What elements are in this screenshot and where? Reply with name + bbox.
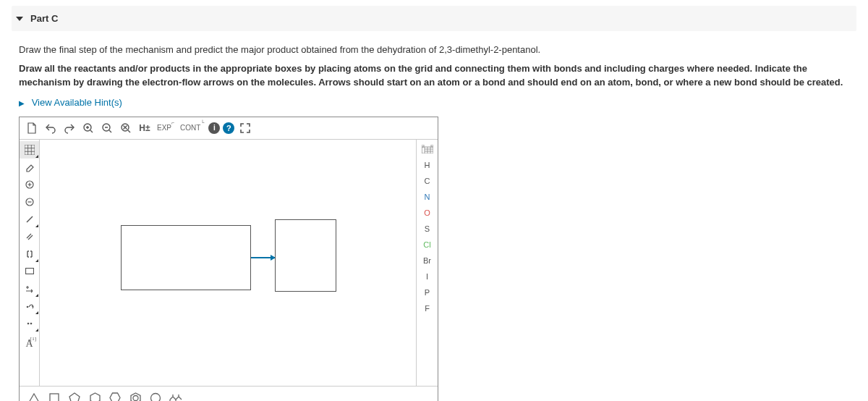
svg-rect-13 [50,394,59,402]
element-toolbar: H C N O S Cl Br I P F [416,140,438,386]
element-o[interactable]: O [417,205,438,221]
remove-charge-tool[interactable] [20,193,39,211]
element-p[interactable]: P [417,284,438,300]
element-br[interactable]: Br [417,253,438,269]
triangle-shape[interactable] [27,391,41,402]
multi-bond-tool[interactable] [20,228,39,245]
lone-pair-tool[interactable] [20,315,39,332]
svg-rect-11 [431,145,433,147]
part-header: Part C [12,6,856,31]
svg-rect-3 [25,145,35,155]
reactant-box[interactable] [121,225,251,290]
rectangle-tool[interactable] [20,263,39,280]
element-c[interactable]: C [417,173,438,189]
instruction-line-2: Draw all the reactants and/or products i… [19,62,849,90]
hydrogen-toggle[interactable]: H± [137,120,153,136]
left-toolbar: A[1] [20,140,40,386]
hints-label: View Available Hint(s) [32,97,122,108]
svg-point-8 [27,322,29,324]
collapse-caret-icon[interactable] [16,17,23,21]
zoom-out-icon[interactable] [99,120,115,136]
help-icon[interactable]: ? [223,122,234,134]
top-toolbar: H± EXP⌐ CONT└ i ? [20,117,438,140]
fullscreen-icon[interactable] [237,120,253,136]
element-s[interactable]: S [417,221,438,237]
pentagon-shape[interactable] [67,391,82,402]
element-i[interactable]: I [417,269,438,284]
view-hints-link[interactable]: View Available Hint(s) [12,97,856,108]
instructions: Draw the final step of the mechanism and… [12,43,856,90]
element-f[interactable]: F [417,300,438,316]
reaction-arrow[interactable] [251,257,275,258]
plus-arrow-tool[interactable] [20,280,39,297]
part-title: Part C [30,13,58,24]
exp-button[interactable]: EXP⌐ [156,123,176,132]
radical-tool[interactable] [20,297,39,315]
element-n[interactable]: N [417,189,438,205]
editor-body: A[1] H C N O S Cl Br I P [20,140,438,386]
molecule-editor: H± EXP⌐ CONT└ i ? [19,117,438,402]
svg-point-7 [26,305,28,308]
svg-rect-10 [422,145,424,147]
single-bond-tool[interactable] [20,211,39,228]
svg-rect-6 [25,269,33,274]
zoom-in-icon[interactable] [80,120,96,136]
benzene-shape[interactable] [128,391,142,402]
undo-icon[interactable] [43,120,59,136]
svg-point-15 [151,393,161,401]
bottom-toolbar [20,386,438,402]
atom-label-tool[interactable]: A[1] [20,335,39,353]
element-h[interactable]: H [417,157,438,173]
add-charge-tool[interactable] [20,176,39,193]
periodic-table-icon[interactable] [417,141,438,157]
drawing-canvas[interactable] [40,140,416,386]
svg-point-9 [30,322,32,324]
redo-icon[interactable] [61,120,77,136]
zoom-fit-icon[interactable] [118,120,134,136]
bracket-tool[interactable] [20,245,39,263]
chair-shape[interactable] [169,391,183,402]
instruction-line-1: Draw the final step of the mechanism and… [19,43,849,57]
element-cl[interactable]: Cl [417,237,438,253]
hexagon-flat-shape[interactable] [108,391,122,402]
new-document-icon[interactable] [24,120,40,136]
hexagon-shape[interactable] [88,391,102,402]
svg-point-14 [133,395,138,400]
square-shape[interactable] [47,391,61,402]
grid-tool[interactable] [20,141,39,159]
product-box[interactable] [275,219,336,292]
eraser-tool[interactable] [20,159,39,176]
info-icon[interactable]: i [208,122,220,134]
cont-button[interactable]: CONT└ [179,123,205,132]
heptagon-shape[interactable] [148,391,163,402]
